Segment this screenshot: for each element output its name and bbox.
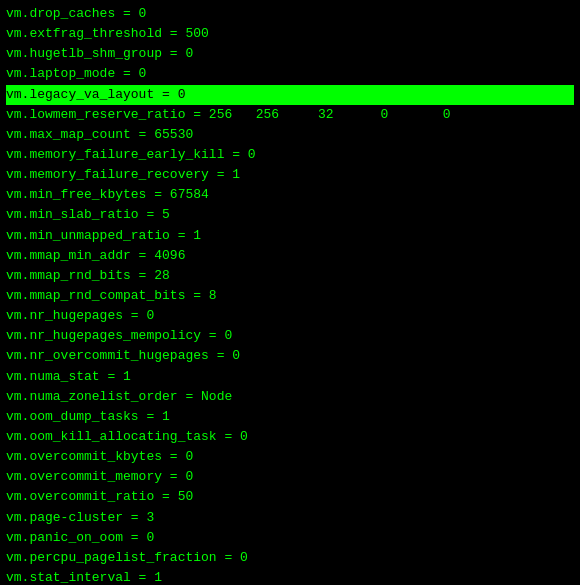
terminal-line-13: vm.mmap_min_addr = 4096 [6, 246, 574, 266]
terminal-line-21: vm.oom_dump_tasks = 1 [6, 407, 574, 427]
terminal-line-26: vm.page-cluster = 3 [6, 508, 574, 528]
terminal-line-28: vm.percpu_pagelist_fraction = 0 [6, 548, 574, 568]
terminal-line-9: vm.memory_failure_recovery = 1 [6, 165, 574, 185]
terminal-line-6: vm.lowmem_reserve_ratio = 256 256 32 0 0 [6, 105, 574, 125]
terminal-line-12: vm.min_unmapped_ratio = 1 [6, 226, 574, 246]
terminal-line-10: vm.min_free_kbytes = 67584 [6, 185, 574, 205]
terminal-line-23: vm.overcommit_kbytes = 0 [6, 447, 574, 467]
terminal-line-15: vm.mmap_rnd_compat_bits = 8 [6, 286, 574, 306]
terminal-line-16: vm.nr_hugepages = 0 [6, 306, 574, 326]
terminal-output: vm.drop_caches = 0vm.extfrag_threshold =… [6, 4, 574, 585]
terminal-line-17: vm.nr_hugepages_mempolicy = 0 [6, 326, 574, 346]
terminal-line-11: vm.min_slab_ratio = 5 [6, 205, 574, 225]
terminal-line-19: vm.numa_stat = 1 [6, 367, 574, 387]
terminal-line-4: vm.laptop_mode = 0 [6, 64, 574, 84]
terminal-line-8: vm.memory_failure_early_kill = 0 [6, 145, 574, 165]
terminal-line-5: vm.legacy_va_layout = 0 [6, 85, 574, 105]
terminal-line-3: vm.hugetlb_shm_group = 0 [6, 44, 574, 64]
terminal-line-27: vm.panic_on_oom = 0 [6, 528, 574, 548]
terminal-line-1: vm.drop_caches = 0 [6, 4, 574, 24]
terminal-line-14: vm.mmap_rnd_bits = 28 [6, 266, 574, 286]
terminal-line-2: vm.extfrag_threshold = 500 [6, 24, 574, 44]
terminal-line-22: vm.oom_kill_allocating_task = 0 [6, 427, 574, 447]
terminal-line-7: vm.max_map_count = 65530 [6, 125, 574, 145]
terminal-line-18: vm.nr_overcommit_hugepages = 0 [6, 346, 574, 366]
terminal-line-20: vm.numa_zonelist_order = Node [6, 387, 574, 407]
terminal-line-29: vm.stat_interval = 1 [6, 568, 574, 585]
terminal-line-25: vm.overcommit_ratio = 50 [6, 487, 574, 507]
terminal-line-24: vm.overcommit_memory = 0 [6, 467, 574, 487]
